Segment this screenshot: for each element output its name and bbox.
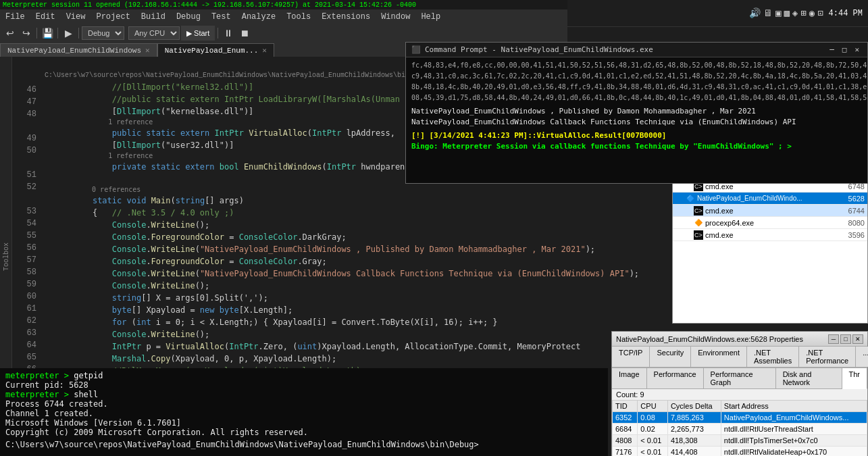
tab-threads[interactable]: Thr bbox=[842, 368, 868, 389]
cmd-title-text: Command Prompt - NativePayload_EnumChild… bbox=[425, 45, 653, 54]
tab-disk-network[interactable]: Disk and Network bbox=[776, 368, 842, 388]
tab-security[interactable]: Security bbox=[650, 347, 691, 367]
speaker-icon: 🔊 bbox=[749, 7, 761, 19]
code-line-62: byte[] Xpayload = new byte[X.Length]; bbox=[73, 304, 672, 316]
menu-view[interactable]: View bbox=[61, 9, 91, 24]
cpu-6684: 0.02 bbox=[638, 424, 668, 435]
breadcrumb-text: C:\Users\w7\source\repos\NativePayload_E… bbox=[45, 72, 438, 79]
tid-6352: 6352 bbox=[613, 412, 638, 424]
addr-6684: ntdll.dll!RtlUserThreadStart bbox=[721, 424, 867, 435]
menu-file[interactable]: File bbox=[0, 9, 30, 24]
menu-help[interactable]: Help bbox=[415, 9, 446, 24]
cmd-hex-line-1: fc,48,83,e4,f0,e8,cc,00,00,00,41,51,41,5… bbox=[411, 60, 862, 71]
taskbar-icon-3[interactable]: ◈ bbox=[792, 7, 798, 19]
meterp-copyright: Copyright (c) 2009 Microsoft Corporation… bbox=[5, 428, 603, 437]
cmd-close-btn[interactable]: ✕ bbox=[852, 45, 862, 54]
cpu-4808: < 0.01 bbox=[638, 435, 668, 447]
platform-dropdown[interactable]: Any CPU bbox=[128, 26, 180, 40]
taskbar-icon-1[interactable]: ▣ bbox=[775, 7, 781, 19]
proc-row-cmd3[interactable]: C> cmd.exe 3596 bbox=[673, 229, 867, 241]
code-line-60: Console.WriteLine(); bbox=[73, 280, 672, 292]
proc-pid-cmd3: 3596 bbox=[831, 231, 865, 239]
tab-native-payload-2[interactable]: NativePayload_Enum... ✕ bbox=[157, 43, 274, 57]
cmd-minimize-btn[interactable]: ─ bbox=[827, 45, 837, 54]
menu-tools[interactable]: Tools bbox=[281, 9, 316, 24]
toolbar-run[interactable]: ▶ bbox=[61, 26, 76, 41]
toolbar-undo[interactable]: ↩ bbox=[3, 26, 18, 41]
menu-debug[interactable]: Debug bbox=[171, 9, 206, 24]
props-tabs-row2: Image Performance Performance Graph Disk… bbox=[612, 368, 867, 389]
tab-net-assemblies[interactable]: .NET Assemblies bbox=[747, 347, 799, 367]
taskbar-icon-4[interactable]: ⊞ bbox=[800, 7, 806, 19]
addr-4808: ntdll.dll!TpIsTimerSet+0x7c0 bbox=[721, 435, 867, 447]
thread-row-7176[interactable]: 7176 < 0.01 414,408 ntdll.dll!RtlValidat… bbox=[613, 447, 867, 457]
cmd-msg-2: NativePayload_EnumChildWindows Callback … bbox=[411, 117, 862, 128]
cmd-icon: ⬛ bbox=[411, 45, 421, 54]
cmd-window-controls: ─ □ ✕ bbox=[827, 45, 862, 54]
thread-row-4808[interactable]: 4808 < 0.01 418,308 ntdll.dll!TpIsTimerS… bbox=[613, 435, 867, 447]
meterpreter-terminal: meterpreter > getpid Current pid: 5628 m… bbox=[0, 368, 608, 456]
menu-build[interactable]: Build bbox=[136, 9, 171, 24]
meterp-prompt-path: C:\Users\w7\source\repos\NativePayload_E… bbox=[5, 440, 603, 449]
thread-count-label: Count: 9 bbox=[612, 389, 867, 400]
toolbar-redo[interactable]: ↪ bbox=[19, 26, 34, 41]
meterp-line-shell: meterpreter > shell bbox=[5, 390, 603, 399]
menu-window[interactable]: Window bbox=[376, 9, 415, 24]
toolbar-pause[interactable]: ⏸ bbox=[221, 26, 236, 41]
proc-pid-nativepayload: 5628 bbox=[831, 195, 865, 203]
col-tid: TID bbox=[613, 401, 638, 412]
menu-test[interactable]: Test bbox=[206, 9, 236, 24]
tab-close-2[interactable]: ✕ bbox=[262, 46, 267, 55]
menu-project[interactable]: Project bbox=[91, 9, 135, 24]
tid-4808: 4808 bbox=[613, 435, 638, 447]
props-close[interactable]: ✕ bbox=[852, 334, 863, 344]
tab-environment[interactable]: Environment bbox=[691, 347, 747, 367]
code-line-53: static void Main(string[] args) bbox=[73, 195, 672, 207]
code-line-59: Console.WriteLine("NativePayload_EnumChi… bbox=[73, 268, 672, 280]
tab-net-performance[interactable]: .NET Performance bbox=[799, 347, 856, 367]
props-minimize[interactable]: ─ bbox=[828, 334, 839, 344]
proc-icon-cmd2: C> bbox=[694, 206, 703, 216]
code-line-61: string[] X = args[0].Split(','); bbox=[73, 292, 672, 304]
menu-edit[interactable]: Edit bbox=[30, 9, 61, 24]
taskbar-icon-2[interactable]: ▩ bbox=[784, 7, 789, 19]
debug-config-dropdown[interactable]: Debug bbox=[82, 26, 124, 40]
tab-close-1[interactable]: ✕ bbox=[145, 46, 150, 55]
cmd-prompt-window: ⬛ Command Prompt - NativePayload_EnumChi… bbox=[405, 42, 868, 184]
cycles-6684: 2,265,773 bbox=[667, 424, 721, 435]
cmd-maximize-btn[interactable]: □ bbox=[840, 45, 850, 54]
thread-row-6352[interactable]: 6352 0.08 7,885,263 NativePayload_EnumCh… bbox=[613, 412, 867, 424]
toolbar-save[interactable]: 💾 bbox=[40, 26, 55, 41]
meterp-channel-created: Channel 1 created. bbox=[5, 409, 603, 418]
code-line-56: Console.ForegroundColor = ConsoleColor.D… bbox=[73, 231, 672, 243]
props-maximize[interactable]: □ bbox=[840, 334, 851, 344]
cycles-4808: 418,308 bbox=[667, 435, 721, 447]
thread-row-6684[interactable]: 6684 0.02 2,265,773 ntdll.dll!RtlUserThr… bbox=[613, 424, 867, 435]
toolbar-sep-3 bbox=[78, 28, 79, 39]
menu-analyze[interactable]: Analyze bbox=[236, 9, 281, 24]
proc-name-procexp: procexp64.exe bbox=[705, 219, 754, 227]
proc-icon-procexp: 🔶 bbox=[694, 218, 703, 228]
tab-label-1: NativePayload_EnumChildWindows bbox=[7, 47, 141, 55]
addr-6352: NativePayload_EnumChildWindows... bbox=[721, 412, 867, 424]
addr-7176: ntdll.dll!RtlValidateHeap+0x170 bbox=[721, 447, 867, 457]
ide-menubar: File Edit View Project Build Debug Test … bbox=[0, 9, 567, 24]
tab-tcpip[interactable]: TCP/IP bbox=[612, 347, 650, 367]
meterp-process-created: Process 6744 created. bbox=[5, 399, 603, 409]
tab-performance[interactable]: Performance bbox=[647, 368, 704, 388]
props-window-controls: ─ □ ✕ bbox=[828, 334, 863, 344]
tab-performance-graph[interactable]: Performance Graph bbox=[704, 368, 776, 388]
tab-more[interactable]: ... bbox=[856, 347, 868, 367]
start-button[interactable]: ▶ Start bbox=[181, 26, 215, 41]
proc-row-cmd2[interactable]: C> cmd.exe 6744 bbox=[673, 205, 867, 217]
proc-row-procexp[interactable]: 🔶 procexp64.exe 8080 bbox=[673, 217, 867, 229]
tab-native-payload-1[interactable]: NativePayload_EnumChildWindows ✕ bbox=[0, 43, 157, 57]
toolbar-stop[interactable]: ⏹ bbox=[237, 26, 252, 41]
thread-table: TID CPU Cycles Delta Start Address 6352 … bbox=[612, 400, 867, 456]
proc-row-nativepayload[interactable]: 🔷 NativePayload_EnumChildWindo... 5628 bbox=[673, 193, 867, 205]
taskbar-icon-6[interactable]: ⊡ bbox=[817, 7, 823, 19]
toolbar-sep-4 bbox=[218, 28, 218, 39]
tab-image[interactable]: Image bbox=[612, 368, 647, 388]
taskbar-icon-5[interactable]: ◉ bbox=[809, 7, 815, 19]
menu-extensions[interactable]: Extensions bbox=[316, 9, 376, 24]
